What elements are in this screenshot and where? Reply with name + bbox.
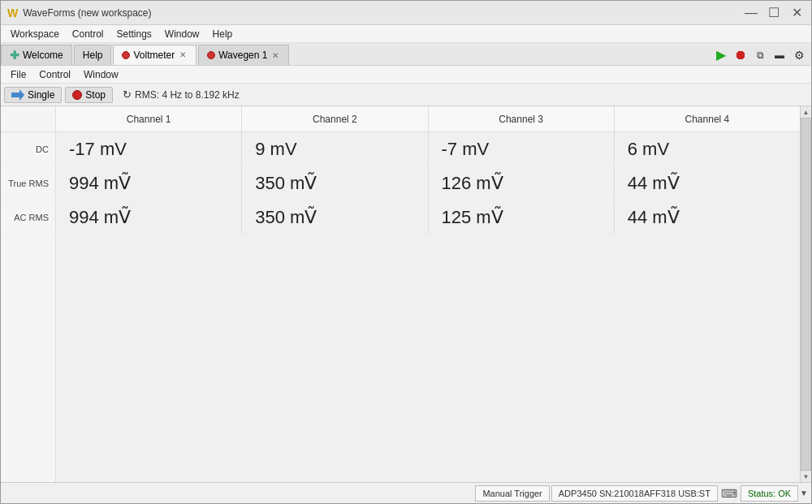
svg-marker-1 [19, 89, 24, 101]
truerms-ch2: 350 mṼ [242, 166, 428, 200]
data-table: Channel 1 Channel 2 Channel 3 Channel 4 … [56, 106, 800, 482]
tab-help[interactable]: Help [74, 45, 112, 65]
close-button[interactable]: ✕ [788, 5, 805, 21]
single-icon [11, 89, 24, 101]
truerms-ch1: 994 mṼ [56, 166, 242, 200]
row-label-truerms: True RMS [1, 166, 55, 200]
channel-header-2: Channel 2 [242, 106, 428, 131]
channel-header-1: Channel 1 [56, 106, 242, 131]
main-content: DC True RMS AC RMS Channel 1 Channel 2 C… [1, 106, 811, 482]
stop-dot-icon [72, 90, 82, 100]
table-row-truerms: 994 mṼ 350 mṼ 126 mṼ 44 mṼ [56, 166, 800, 200]
status-trigger: Manual Trigger [475, 485, 549, 502]
single-button[interactable]: Single [4, 87, 62, 103]
wavegen-close-icon[interactable]: ✕ [270, 51, 280, 60]
stop-record-button[interactable]: ⏺ [732, 46, 749, 64]
rms-icon: ↻ [123, 88, 132, 101]
welcome-plus-icon: ✚ [10, 49, 19, 62]
title-bar: W WaveForms (new workspace) — ☐ ✕ [1, 1, 811, 25]
tab-welcome[interactable]: ✚ Welcome [1, 45, 72, 65]
voltmeter-dot-icon [122, 51, 130, 59]
menu-bar: Workspace Control Settings Window Help [1, 25, 811, 43]
rms-info: ↻ RMS: 4 Hz to 8.192 kHz [123, 88, 240, 101]
menu-settings[interactable]: Settings [110, 27, 158, 41]
tab-wavegen-label: Wavegen 1 [218, 50, 267, 61]
truerms-ch3: 126 mṼ [429, 166, 615, 200]
wavegen-dot-icon [207, 51, 215, 59]
acrms-ch1: 994 mṼ [56, 200, 242, 234]
single-label: Single [28, 89, 54, 101]
status-ok: Status: OK [741, 485, 798, 502]
window-controls: — ☐ ✕ [743, 5, 805, 21]
status-dropdown-icon[interactable]: ▼ [800, 489, 808, 498]
tab-voltmeter[interactable]: Voltmeter ✕ [113, 45, 197, 65]
row-label-acrms: AC RMS [1, 200, 55, 235]
sec-menu-control[interactable]: Control [32, 67, 77, 82]
sec-menu-window[interactable]: Window [77, 67, 125, 82]
side-header-empty [1, 106, 55, 132]
dc-ch3: -7 mV [429, 132, 615, 166]
svg-rect-0 [11, 93, 19, 97]
tab-bar: ✚ Welcome Help Voltmeter ✕ Wavegen 1 ✕ ▶… [1, 43, 811, 66]
toolbar: Single Stop ↻ RMS: 4 Hz to 8.192 kHz [1, 84, 811, 106]
table-row-dc: -17 mV 9 mV -7 mV 6 mV [56, 132, 800, 166]
scroll-track[interactable] [801, 118, 811, 471]
voltmeter-close-icon[interactable]: ✕ [178, 50, 188, 59]
table-row-acrms: 994 mṼ 350 mṼ 125 mṼ 44 mṼ [56, 200, 800, 235]
channel-headers: Channel 1 Channel 2 Channel 3 Channel 4 [56, 106, 800, 132]
minimize-panel-button[interactable]: ▬ [771, 46, 788, 64]
copy-button[interactable]: ⧉ [751, 46, 769, 64]
channel-header-4: Channel 4 [615, 106, 800, 131]
menu-window[interactable]: Window [158, 27, 206, 41]
scroll-up-arrow[interactable]: ▲ [801, 106, 812, 118]
secondary-menu: File Control Window [1, 66, 811, 84]
dc-ch1: -17 mV [56, 132, 242, 166]
menu-help[interactable]: Help [206, 27, 240, 41]
acrms-ch4: 44 mṼ [615, 200, 800, 234]
stop-button[interactable]: Stop [65, 87, 113, 103]
minimize-button[interactable]: — [743, 5, 759, 21]
settings-gear-button[interactable]: ⚙ [790, 46, 808, 64]
acrms-ch3: 125 mṼ [429, 200, 615, 234]
truerms-ch4: 44 mṼ [615, 166, 800, 200]
scrollbar[interactable]: ▲ ▼ [800, 106, 811, 482]
app-logo: W [7, 6, 18, 19]
row-label-dc: DC [1, 132, 55, 166]
dc-ch2: 9 mV [242, 132, 428, 166]
stop-label: Stop [85, 89, 106, 101]
channel-header-3: Channel 3 [429, 106, 615, 131]
tab-welcome-label: Welcome [23, 50, 63, 61]
tab-toolbar-right: ▶ ⏺ ⧉ ▬ ⚙ [712, 45, 811, 65]
tab-help-label: Help [83, 50, 103, 61]
tab-wavegen[interactable]: Wavegen 1 ✕ [198, 45, 289, 65]
window-title: WaveForms (new workspace) [23, 7, 743, 19]
maximize-button[interactable]: ☐ [766, 5, 782, 21]
status-device: ADP3450 SN:210018AFF318 USB:ST [551, 485, 718, 502]
rms-text: RMS: 4 Hz to 8.192 kHz [135, 89, 240, 101]
menu-workspace[interactable]: Workspace [4, 27, 66, 41]
tab-voltmeter-label: Voltmeter [133, 50, 175, 61]
dc-ch4: 6 mV [615, 132, 800, 166]
side-labels: DC True RMS AC RMS [1, 106, 56, 482]
keyboard-icon: ⌨ [719, 487, 739, 500]
acrms-ch2: 350 mṼ [242, 200, 428, 234]
scroll-down-arrow[interactable]: ▼ [801, 471, 812, 482]
sec-menu-file[interactable]: File [4, 67, 32, 82]
status-bar: Manual Trigger ADP3450 SN:210018AFF318 U… [1, 482, 811, 503]
play-button[interactable]: ▶ [712, 46, 730, 64]
menu-control[interactable]: Control [66, 27, 110, 41]
